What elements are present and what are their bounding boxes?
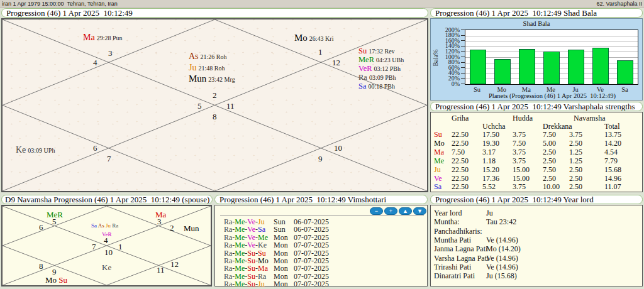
table-row: Mo22.5019.307.505.002.5014.20 bbox=[431, 139, 642, 148]
value-cell: 17.36 bbox=[482, 175, 499, 183]
house-number: 2 bbox=[213, 91, 217, 99]
table-row: Ju22.5015.2015.007.502.5015.68 bbox=[431, 166, 642, 174]
value-cell: 14.96 bbox=[604, 175, 621, 183]
value-cell: 15.20 bbox=[482, 166, 499, 174]
house-number: 12 bbox=[170, 260, 179, 268]
house-number: 10 bbox=[104, 248, 113, 256]
planet-label: MeR04:23 UBh bbox=[358, 55, 404, 64]
planet-label: Ju21:48 Roh bbox=[189, 63, 225, 72]
planet-label: As21:26 Roh bbox=[189, 52, 227, 61]
y-tick-mark bbox=[461, 78, 465, 79]
planet-label: Mun bbox=[184, 224, 199, 232]
yearlord-label: Panchadhikaris: bbox=[434, 227, 482, 236]
house-number: 11 bbox=[226, 102, 235, 110]
planet-label: Su17:32 Rev bbox=[358, 46, 395, 55]
house-number: 2 bbox=[170, 224, 174, 232]
value-cell: 14.20 bbox=[604, 139, 621, 148]
yearlord-row: Year lordJu bbox=[431, 209, 642, 218]
dasha-date: 07-07-2025 bbox=[294, 280, 329, 288]
y-tick-mark bbox=[461, 67, 465, 68]
yearlord-table: Year lordJuMuntha:Tau 23:42Panchadhikari… bbox=[430, 205, 643, 286]
yearlord-label: Trirashi Pati bbox=[434, 263, 471, 271]
main-chart-area[interactable]: 341122511867109Ma29:28 PunMo26:43 KriAs2… bbox=[1, 18, 428, 192]
yearlord-value: Ve (14.96) bbox=[486, 263, 518, 271]
y-tick-mark bbox=[461, 46, 465, 46]
value-cell: 2.50 bbox=[543, 157, 556, 165]
app-window: iran 1 Apr 1979 15:00:00 Tehran, Tehrān,… bbox=[0, 0, 644, 289]
value-cell: 4.54 bbox=[604, 148, 618, 156]
yearlord-label: Muntha: bbox=[434, 218, 460, 226]
value-cell: 1.25 bbox=[569, 148, 582, 156]
view-name-text: 62. Varshaphala II bbox=[597, 0, 642, 8]
shadbala-y-ticks: 0%20%40%60%80%100%120%140%160%180%200% bbox=[431, 19, 465, 101]
value-cell: 22.50 bbox=[452, 139, 469, 148]
yearlord-label: Varsha Lagna Pati bbox=[434, 254, 489, 263]
d9-header: D9 Navamsha Progression (46) 1 Apr 2025 … bbox=[1, 195, 213, 204]
planet-label: VeR03:12 PBh bbox=[358, 63, 401, 73]
vimshottari-header: Progression (46) 1 Apr 2025 10:12:49 Vim… bbox=[214, 195, 428, 204]
yearlord-row: Muntha PatiVe (14.96) bbox=[431, 236, 642, 245]
zoom-out-button[interactable]: − bbox=[370, 207, 383, 215]
planet-label: Mo Su bbox=[45, 275, 67, 284]
planet-label: Sa00:18 PBh bbox=[358, 81, 395, 90]
bar-ju bbox=[568, 50, 584, 84]
y-tick-label: 20% bbox=[435, 75, 460, 82]
dasha-periods: Ra-Me-Su-Ju bbox=[224, 280, 265, 288]
shadbala-plot-area bbox=[465, 30, 638, 85]
planet-name-cell: Ve bbox=[434, 175, 442, 183]
planet-name-cell: Me bbox=[434, 157, 444, 165]
value-cell: 5.00 bbox=[543, 139, 556, 148]
house-number: 6 bbox=[93, 144, 97, 152]
value-cell: 3.17 bbox=[482, 148, 496, 156]
house-number: 3 bbox=[108, 49, 113, 57]
house-number: 8 bbox=[39, 262, 43, 270]
main-chart-header: Progression (46) 1 Apr 2025 10:12:49 bbox=[1, 8, 428, 18]
y-tick-label: 140% bbox=[435, 43, 460, 49]
yearlord-row: Panchadhikaris: bbox=[431, 227, 642, 236]
house-number: 11 bbox=[157, 266, 165, 274]
gridline bbox=[465, 46, 638, 47]
value-cell: 22.50 bbox=[452, 166, 469, 174]
d9-chart-lines bbox=[3, 206, 211, 285]
d9-chart-area[interactable]: 563247110891112MeRSa As Ju RaVeRMaMunKeM… bbox=[1, 205, 212, 286]
column-header: Hudda bbox=[513, 114, 533, 123]
bar-mo bbox=[494, 59, 511, 84]
value-cell: 7.50 bbox=[543, 131, 556, 139]
value-cell: 7.79 bbox=[604, 157, 618, 165]
value-cell: 2.50 bbox=[543, 175, 556, 183]
yearlord-value: Ju (15.68) bbox=[486, 272, 517, 280]
planet-label: VeR bbox=[102, 229, 112, 239]
scroll-up-button[interactable]: ▲ bbox=[399, 207, 412, 215]
planet-name-cell: Mo bbox=[434, 139, 445, 148]
value-cell: 19.30 bbox=[482, 139, 499, 148]
value-cell: 7.50 bbox=[452, 148, 465, 156]
y-tick-label: 180% bbox=[435, 32, 460, 38]
vimshottari-list-panel: − + ▲ ▼ Ra-Me-Ve-JuSun06-07-2025Ra-Me-Ve… bbox=[214, 205, 428, 286]
gridline bbox=[465, 36, 638, 36]
y-tick-mark bbox=[461, 30, 465, 30]
north-indian-chart-lines bbox=[3, 19, 427, 191]
yearlord-label: Janma Lagna Pati bbox=[434, 245, 487, 253]
yearlord-label: Dinaratri Pati bbox=[434, 272, 475, 280]
yearlord-label: Year lord bbox=[434, 209, 462, 217]
value-cell: 7.50 bbox=[543, 166, 556, 174]
bar-ma bbox=[519, 49, 535, 84]
value-cell: 1.18 bbox=[482, 157, 496, 165]
zoom-in-button[interactable]: + bbox=[384, 207, 397, 215]
planet-label: Ma bbox=[155, 210, 166, 219]
value-cell: 11.07 bbox=[604, 183, 621, 191]
y-tick-label: 0% bbox=[435, 81, 460, 87]
bar-ve bbox=[592, 48, 609, 84]
planet-label: Ke03:09 UPh bbox=[16, 145, 55, 155]
planet-label: Ma29:28 Pun bbox=[83, 33, 123, 42]
dasha-weekday: Mon bbox=[274, 280, 288, 288]
house-number: 9 bbox=[318, 155, 323, 163]
planet-label: Ke bbox=[102, 263, 111, 271]
table-row: Ma7.503.173.752.501.254.54 bbox=[431, 148, 642, 156]
planet-name-cell: Ma bbox=[434, 148, 444, 156]
table-row: Su22.5017.503.757.503.7513.75 bbox=[431, 131, 642, 139]
shadbala-header: Progression (46) 1 Apr 2025 10:12:49 Sha… bbox=[430, 8, 643, 18]
scroll-down-button[interactable]: ▼ bbox=[413, 207, 426, 215]
y-tick-label: 80% bbox=[435, 59, 460, 65]
yearlord-value: Tau 23:42 bbox=[486, 218, 516, 226]
